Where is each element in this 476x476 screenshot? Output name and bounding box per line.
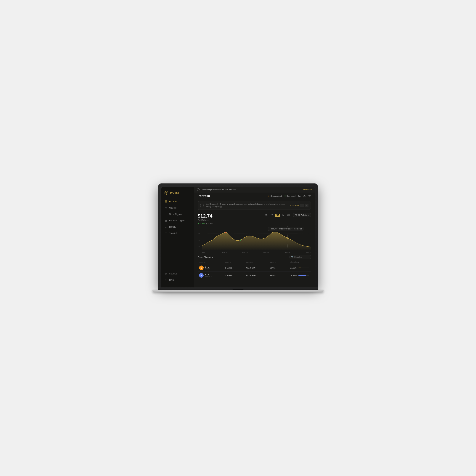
sidebar: cySync: [161, 187, 194, 288]
asset-section: Asset Allocation 🔍 Asset ⇅: [194, 255, 315, 288]
banner-next-button[interactable]: ›: [305, 204, 308, 207]
svg-point-28: [225, 232, 226, 233]
col-value: Value ▲: [270, 261, 290, 263]
sidebar-item-help[interactable]: Help: [163, 277, 192, 283]
search-input[interactable]: [294, 256, 309, 258]
download-link[interactable]: Download: [304, 189, 312, 191]
laptop-screen: cySync: [158, 184, 318, 288]
table-row-eth[interactable]: Ξ ETH Ethereum $ 674.44 0.0178 ETH $45.4…: [198, 272, 311, 279]
sidebar-item-wallets[interactable]: Wallets ›: [163, 205, 192, 211]
sidebar-help-label: Help: [169, 279, 174, 281]
wallet-selector[interactable]: All Wallets ▼: [293, 213, 311, 217]
svg-point-29: [240, 239, 241, 241]
col-asset: Asset ⇅: [199, 261, 225, 263]
notification-icon[interactable]: [298, 194, 301, 198]
timeframe-1m[interactable]: 1M: [275, 214, 280, 217]
eth-fullname: Ethereum: [205, 275, 212, 277]
time-buttons: 1D 1W 1M 1Y ALL: [264, 214, 292, 217]
sidebar-tutorial-label: Tutorial: [169, 232, 177, 235]
up-arrow-icon: ▲: [198, 222, 200, 225]
svg-point-19: [304, 196, 305, 196]
banner-right: Know More ‹ ›: [290, 204, 308, 207]
col-allocation: Allocation ▲: [290, 261, 309, 263]
eth-price: $ 674.44: [225, 274, 246, 276]
eye-icon[interactable]: [308, 194, 311, 198]
eth-name-group: ETH Ethereum: [205, 273, 212, 277]
chart-tooltip: $36,733 | 00.12 ETH • 21:45 Hrs, Nov 18: [268, 227, 304, 231]
lock-icon[interactable]: [303, 194, 306, 197]
timeframe-1y[interactable]: 1Y: [281, 214, 285, 217]
sort-icon-price[interactable]: ▲: [230, 262, 231, 263]
sidebar-item-portfolio[interactable]: Portfolio: [163, 199, 192, 204]
sidebar-history-label: History: [169, 225, 176, 228]
settings-icon: [165, 272, 167, 275]
timeframe-all[interactable]: ALL: [286, 214, 292, 217]
eth-value: $45.4527: [270, 274, 290, 276]
svg-point-20: [309, 195, 310, 196]
sort-icon-asset[interactable]: ⇅: [204, 261, 205, 263]
sort-icon-balance[interactable]: ▲: [252, 262, 254, 263]
eth-alloc-pct: 74.47%: [290, 274, 297, 276]
info-banner: Use Cypherock X1 today to securely manag…: [198, 201, 311, 210]
svg-point-16: [166, 280, 166, 281]
chart-container: 40 30 20 10: [194, 225, 315, 255]
laptop-base: [153, 290, 323, 292]
btc-balance: 0.0178 BTC: [246, 267, 270, 269]
page-header: Portfolio Synchronized: [194, 192, 315, 199]
svg-point-22: [296, 215, 297, 216]
svg-rect-4: [166, 201, 167, 201]
y-label-30: 30: [198, 233, 201, 235]
tutorial-icon: [165, 232, 167, 235]
table-header: Asset ⇅ Price ▲ Balance ▲: [198, 260, 311, 264]
svg-point-14: [166, 273, 166, 274]
sidebar-item-receive-crypto[interactable]: Receive Crypto: [163, 218, 192, 223]
col-price: Price ▲: [225, 261, 246, 263]
btc-price: $ 16981.44: [225, 267, 246, 269]
connected-label: Connected: [287, 195, 295, 197]
sidebar-item-tutorial[interactable]: Tutorial: [163, 230, 192, 236]
know-more-link[interactable]: Know More: [290, 204, 299, 206]
firmware-message: Firmware update version 11.34.5 availabl…: [201, 189, 236, 191]
x-label-nov24: Nov 24: [285, 252, 290, 254]
y-label-40: 40: [198, 226, 201, 228]
btc-alloc-bar: [298, 268, 309, 268]
svg-point-17: [300, 195, 300, 195]
svg-point-2: [166, 192, 167, 193]
sidebar-send-label: Send Crypto: [169, 213, 182, 216]
btc-name-group: BTC Bitcoin: [205, 266, 210, 270]
wallet-selector-label: All Wallets: [298, 214, 306, 216]
asset-header: Asset Allocation 🔍: [198, 255, 311, 259]
logo-text: cySync: [170, 191, 179, 194]
btc-asset-cell: ₿ BTC Bitcoin: [199, 266, 225, 270]
change-percentage: ▲ 2.3%: [198, 222, 205, 225]
chart-svg-wrapper: $36,733 | 00.12 ETH • 21:45 Hrs, Nov 18: [202, 226, 311, 251]
table-row-btc[interactable]: ₿ BTC Bitcoin $ 16981.44 0.0178 BTC $2.9…: [198, 264, 311, 272]
receive-icon: [165, 219, 167, 222]
sort-icon-allocation[interactable]: ▲: [298, 262, 299, 263]
app-container: cySync: [161, 187, 315, 288]
col-balance: Balance ▲: [246, 261, 270, 263]
portfolio-icon: [165, 200, 167, 203]
change-value: $00.321: [206, 222, 213, 225]
banner-prev-button[interactable]: ‹: [300, 204, 304, 207]
timeframe-1d[interactable]: 1D: [264, 214, 269, 217]
eth-alloc-bar: [298, 275, 309, 276]
sidebar-receive-label: Receive Crypto: [169, 219, 185, 222]
sidebar-item-history[interactable]: History: [163, 224, 192, 230]
timeframe-1w[interactable]: 1W: [269, 214, 275, 217]
eth-icon: Ξ: [199, 273, 204, 278]
asset-allocation-title: Asset Allocation: [198, 256, 213, 258]
total-balance: $12.74: [198, 213, 213, 219]
page-title: Portfolio: [198, 194, 210, 198]
btc-fullname: Bitcoin: [205, 268, 210, 270]
info-banner-text: Use Cypherock X1 today to securely manag…: [206, 203, 290, 208]
sidebar-wallets-label: Wallets: [169, 206, 176, 209]
wallet-selector-icon: [295, 214, 297, 216]
svg-marker-13: [166, 233, 167, 234]
sidebar-item-send-crypto[interactable]: Send Crypto: [163, 211, 192, 217]
svg-point-8: [166, 208, 167, 208]
eth-balance: 0.0178 ETH: [246, 274, 270, 276]
svg-rect-3: [165, 201, 166, 201]
sidebar-item-settings[interactable]: Settings: [163, 271, 192, 277]
sort-icon-value[interactable]: ▲: [274, 262, 276, 263]
